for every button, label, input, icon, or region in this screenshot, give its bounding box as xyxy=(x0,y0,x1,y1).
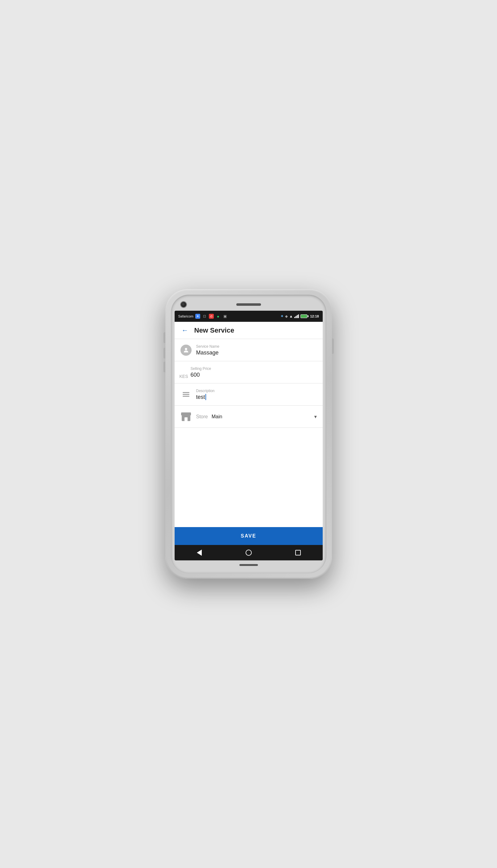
android-nav-bar xyxy=(175,545,323,560)
store-roof xyxy=(181,412,191,415)
whatsapp-icon: ● xyxy=(216,314,221,319)
signal-icon xyxy=(294,314,299,318)
phone-red-icon: ✆ xyxy=(209,314,214,319)
save-button-area: SAVE xyxy=(175,527,323,545)
service-name-label: Service Name xyxy=(196,344,318,349)
currency-label: KES xyxy=(180,374,188,380)
back-arrow-icon: ← xyxy=(182,326,188,335)
description-label: Description xyxy=(196,389,318,393)
menu-icon xyxy=(181,391,191,398)
android-back-button[interactable] xyxy=(193,546,205,559)
store-door xyxy=(184,417,188,421)
android-icon: ⊡ xyxy=(202,314,207,319)
bluetooth-icon: ✦ xyxy=(281,314,284,319)
status-bar: Safaricom + ⊡ ✆ ● ▣ ✦ ◈ ▲ xyxy=(175,311,323,322)
store-select[interactable]: Main ▼ xyxy=(212,414,318,420)
person-icon-container xyxy=(180,344,193,357)
description-field[interactable]: Description test xyxy=(196,389,318,400)
android-home-button[interactable] xyxy=(242,546,255,559)
store-row[interactable]: Store Main ▼ xyxy=(175,406,323,428)
selling-price-label: Selling Price xyxy=(191,367,318,371)
selling-price-row: KES Selling Price 600 xyxy=(175,361,323,383)
phone-bottom-bar xyxy=(175,560,323,570)
home-indicator xyxy=(239,564,258,566)
battery-icon xyxy=(300,314,309,318)
back-triangle-icon xyxy=(197,549,202,556)
service-name-value: Massage xyxy=(196,350,318,356)
store-body xyxy=(182,415,190,421)
phone-device: Safaricom + ⊡ ✆ ● ▣ ✦ ◈ ▲ xyxy=(165,289,332,579)
store-value: Main xyxy=(212,414,223,420)
text-cursor xyxy=(205,394,206,400)
screen: Safaricom + ⊡ ✆ ● ▣ ✦ ◈ ▲ xyxy=(175,311,323,560)
description-value: test xyxy=(196,394,205,400)
carrier-label: Safaricom xyxy=(178,314,194,318)
camera xyxy=(181,302,186,307)
svg-point-0 xyxy=(185,348,187,350)
wifi-icon: ▲ xyxy=(289,314,293,319)
home-circle-icon xyxy=(245,549,252,556)
save-button[interactable]: SAVE xyxy=(175,527,323,545)
recent-square-icon xyxy=(295,550,301,556)
back-button[interactable]: ← xyxy=(180,325,191,336)
dropdown-arrow-icon: ▼ xyxy=(313,414,318,419)
app-content: ← New Service xyxy=(175,322,323,560)
status-right: ✦ ◈ ▲ 12:18 xyxy=(281,314,319,319)
description-row: Description test xyxy=(175,383,323,406)
time-display: 12:18 xyxy=(310,314,319,318)
menu-line-3 xyxy=(183,396,189,397)
image-icon: ▣ xyxy=(223,314,227,319)
form-content: Service Name Massage KES Selling Price 6… xyxy=(175,339,323,527)
phone-top-bar xyxy=(175,298,323,311)
speaker xyxy=(236,303,261,306)
store-content: Store Main ▼ xyxy=(196,414,318,420)
page-title: New Service xyxy=(194,326,235,335)
service-name-row: Service Name Massage xyxy=(175,339,323,361)
menu-line-2 xyxy=(183,394,189,395)
avatar-icon xyxy=(181,344,191,356)
plus-icon: + xyxy=(195,314,200,319)
status-left: Safaricom + ⊡ ✆ ● ▣ xyxy=(178,314,228,319)
selling-price-value: 600 xyxy=(191,372,318,378)
store-icon-container xyxy=(180,410,193,423)
store-icon xyxy=(181,412,191,421)
service-name-field[interactable]: Service Name Massage xyxy=(196,344,318,356)
description-icon-container xyxy=(180,388,193,401)
phone-inner: Safaricom + ⊡ ✆ ● ▣ ✦ ◈ ▲ xyxy=(171,295,326,573)
menu-line-1 xyxy=(183,392,189,393)
selling-price-field[interactable]: Selling Price 600 xyxy=(191,367,318,378)
top-nav: ← New Service xyxy=(175,322,323,339)
android-recent-button[interactable] xyxy=(292,546,304,559)
vibrate-icon: ◈ xyxy=(285,314,287,319)
store-label: Store xyxy=(196,414,208,420)
